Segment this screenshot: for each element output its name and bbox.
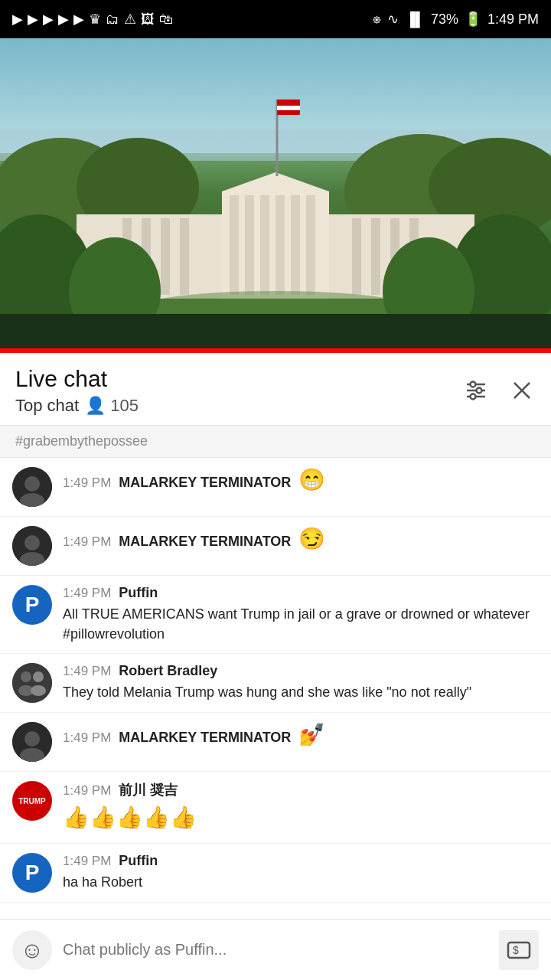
emoji-face-icon: ☺: [21, 937, 44, 963]
battery-icon: 🔋: [465, 11, 481, 28]
message-meta: 1:49 PM MALARKEY TERMINATOR 💅: [63, 722, 539, 747]
message-author: MALARKEY TERMINATOR: [119, 730, 291, 746]
video-thumbnail: [0, 38, 551, 348]
avatar: [12, 722, 52, 762]
message-time: 1:49 PM: [63, 475, 111, 491]
svg-rect-18: [260, 195, 269, 295]
svg-point-50: [33, 671, 44, 682]
pinned-text: #grabembythepossee: [15, 433, 148, 449]
message-text: ha ha Robert: [63, 872, 539, 892]
clock: 1:49 PM: [487, 11, 539, 28]
svg-point-48: [21, 671, 31, 682]
message-content: 1:49 PM 前川 奨吉 👍👍👍👍👍: [63, 781, 539, 834]
play-icon-5: ▶: [73, 11, 84, 28]
person-icon: 👤: [85, 396, 106, 416]
message-author: Robert Bradley: [119, 663, 217, 679]
play-icon: ▶: [12, 11, 23, 28]
message-author: MALARKEY TERMINATOR: [119, 475, 291, 491]
svg-point-47: [12, 663, 52, 703]
chat-sub: Top chat 👤 105: [15, 396, 139, 416]
crown-icon: ♛: [89, 11, 101, 28]
svg-rect-10: [180, 218, 189, 295]
svg-rect-25: [277, 106, 300, 110]
message-meta: 1:49 PM Puffin: [63, 853, 539, 869]
image-icon: 🖼: [141, 11, 155, 28]
chat-header-right: [462, 377, 536, 404]
avatar: TRUMP: [12, 781, 52, 821]
svg-rect-19: [276, 195, 285, 295]
message-emoji: 💅: [298, 722, 325, 747]
svg-rect-17: [245, 195, 254, 295]
message-item: 1:49 PM Robert Bradley They told Melania…: [0, 654, 551, 713]
message-content: 1:49 PM MALARKEY TERMINATOR 😏: [63, 526, 539, 554]
chat-input-bar: ☺ $: [0, 919, 551, 980]
message-meta: 1:49 PM Puffin: [63, 585, 539, 601]
avatar: [12, 467, 52, 507]
svg-point-37: [477, 388, 482, 394]
battery-percent: 73%: [431, 11, 458, 28]
message-text: They told Melania Trump was hung and she…: [63, 682, 539, 702]
close-icon[interactable]: [508, 377, 536, 404]
message-author: 前川 奨吉: [119, 781, 178, 799]
message-content: 1:49 PM Puffin All TRUE AMERICANS want T…: [63, 585, 539, 644]
svg-rect-55: [508, 942, 530, 958]
chat-input[interactable]: [63, 930, 488, 970]
message-content: 1:49 PM Robert Bradley They told Melania…: [63, 663, 539, 702]
status-icons-left: ▶ ▶ ▶ ▶ ▶ ♛ 🗂 ⚠ 🖼 🛍: [12, 11, 173, 28]
chat-header-left: Live chat Top chat 👤 105: [15, 365, 139, 416]
message-time: 1:49 PM: [63, 783, 111, 799]
message-item: 1:49 PM MALARKEY TERMINATOR 😏: [0, 517, 551, 576]
folder-icon: 🗂: [106, 11, 119, 28]
bluetooth-icon: ⎈: [373, 11, 381, 28]
avatar: [12, 663, 52, 703]
message-content: 1:49 PM Puffin ha ha Robert: [63, 853, 539, 892]
send-button[interactable]: $: [499, 930, 539, 970]
message-emoji: 😁: [298, 467, 325, 492]
avatar: P: [12, 853, 52, 893]
svg-rect-16: [230, 195, 239, 295]
message-author: Puffin: [119, 585, 158, 601]
play-icon-4: ▶: [58, 11, 69, 28]
play-icon-2: ▶: [28, 11, 38, 28]
svg-rect-32: [0, 314, 551, 348]
message-time: 1:49 PM: [63, 586, 111, 601]
bag-icon: 🛍: [159, 11, 173, 28]
svg-point-53: [24, 731, 40, 746]
message-author: MALARKEY TERMINATOR: [119, 534, 291, 550]
message-time: 1:49 PM: [63, 664, 111, 679]
message-list: 1:49 PM MALARKEY TERMINATOR 😁 1:49 PM MA…: [0, 458, 551, 903]
pinned-tag: #grabembythepossee: [0, 426, 551, 458]
svg-rect-21: [306, 195, 315, 295]
svg-point-42: [24, 476, 40, 492]
message-meta: 1:49 PM MALARKEY TERMINATOR 😏: [63, 526, 539, 551]
svg-point-45: [24, 535, 40, 550]
message-item: 1:49 PM MALARKEY TERMINATOR 💅: [0, 713, 551, 772]
emoji-button[interactable]: ☺: [12, 930, 52, 970]
svg-rect-20: [291, 195, 300, 295]
message-meta: 1:49 PM MALARKEY TERMINATOR 😁: [63, 467, 539, 492]
play-icon-3: ▶: [43, 11, 54, 28]
message-text: All TRUE AMERICANS want Trump in jail or…: [63, 604, 539, 644]
svg-point-51: [31, 685, 46, 696]
svg-point-38: [471, 394, 476, 400]
message-meta: 1:49 PM 前川 奨吉: [63, 781, 539, 799]
viewer-number: 105: [110, 396, 139, 416]
svg-rect-12: [371, 218, 380, 295]
message-emoji: 😏: [298, 526, 325, 551]
message-text: 👍👍👍👍👍: [63, 802, 539, 834]
message-time: 1:49 PM: [63, 534, 111, 550]
video-player[interactable]: [0, 38, 551, 348]
live-chat-title: Live chat: [15, 365, 139, 393]
filter-icon[interactable]: [462, 377, 490, 404]
warning-icon: ⚠: [124, 11, 136, 28]
viewer-count-container: 👤 105: [85, 396, 139, 416]
svg-rect-9: [161, 218, 170, 295]
avatar: [12, 526, 52, 566]
svg-rect-11: [352, 218, 361, 295]
top-chat-label[interactable]: Top chat: [15, 396, 79, 416]
avatar: P: [12, 585, 52, 625]
signal-icon: ▐▌: [405, 11, 425, 28]
status-right: ⎈ ∿ ▐▌ 73% 🔋 1:49 PM: [373, 11, 539, 28]
send-icon: $: [505, 936, 533, 964]
svg-marker-22: [222, 172, 329, 191]
